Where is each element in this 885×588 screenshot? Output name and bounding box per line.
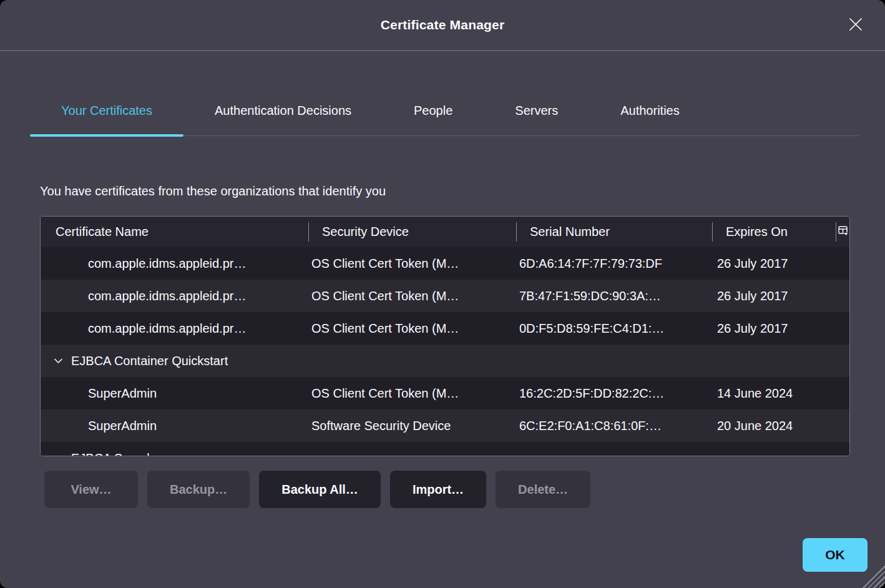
cell-certificate-name: com.apple.idms.appleid.pr… [41,257,308,271]
table-group-row[interactable]: EJBCA Container Quickstart [41,345,849,377]
table-row[interactable]: com.apple.idms.appleid.pr… OS Client Cer… [41,280,849,312]
column-header-expires-on[interactable]: Expires On [712,217,836,247]
cell-expires-on: 26 July 2017 [712,257,836,271]
close-button[interactable] [845,14,866,36]
action-button-row: View… Backup… Backup All… Import… Delete… [44,471,885,508]
close-icon [848,16,864,34]
tab-label: Authentication Decisions [215,104,351,118]
certificate-manager-dialog: Certificate Manager Your Certificates Au… [0,0,885,588]
cell-certificate-name: com.apple.idms.appleid.pr… [41,289,308,303]
cell-security-device: OS Client Cert Token (M… [308,386,516,401]
cell-serial-number: 6D:A6:14:7F:7F:79:73:DF [516,257,712,271]
column-picker-button[interactable] [836,217,849,247]
tab-authentication-decisions[interactable]: Authentication Decisions [183,86,383,135]
import-button[interactable]: Import… [390,471,486,508]
table-row[interactable]: SuperAdmin Software Security Device 6C:E… [41,409,849,442]
table-row[interactable]: SuperAdmin OS Client Cert Token (M… 16:2… [41,377,849,409]
tab-servers[interactable]: Servers [484,86,589,135]
cell-expires-on: 26 July 2017 [712,321,836,336]
cell-certificate-name: com.apple.idms.appleid.pr… [41,321,308,336]
column-header-certificate-name[interactable]: Certificate Name [41,217,308,247]
table-body: com.apple.idms.appleid.pr… OS Client Cer… [41,247,849,456]
cell-certificate-name: SuperAdmin [41,386,308,401]
delete-button: Delete… [496,471,590,508]
tab-label: Your Certificates [61,104,152,118]
cell-security-device: OS Client Cert Token (M… [308,321,516,336]
cell-expires-on: 20 June 2024 [712,419,836,433]
tab-label: People [414,104,452,118]
table-row[interactable]: com.apple.idms.appleid.pr… OS Client Cer… [41,247,849,280]
titlebar: Certificate Manager [0,0,885,51]
group-label: EJBCA Sample [71,451,157,457]
column-picker-icon [838,225,849,240]
tab-people[interactable]: People [383,86,484,135]
cell-security-device: Software Security Device [308,419,516,433]
tab-label: Servers [515,104,558,118]
description-text: You have certificates from these organiz… [40,184,845,198]
tab-your-certificates[interactable]: Your Certificates [30,86,183,135]
column-header-security-device[interactable]: Security Device [308,217,516,247]
cell-certificate-name: SuperAdmin [41,419,308,433]
tab-label: Authorities [620,104,680,118]
chevron-down-icon[interactable] [54,357,63,365]
certificates-table: Certificate Name Security Device Serial … [40,216,850,456]
dialog-title: Certificate Manager [381,17,505,32]
table-header: Certificate Name Security Device Serial … [41,217,849,247]
table-row[interactable]: com.apple.idms.appleid.pr… OS Client Cer… [41,312,849,345]
tab-bar: Your Certificates Authentication Decisio… [30,86,859,136]
backup-button: Backup… [147,471,250,508]
group-label: EJBCA Container Quickstart [71,354,228,368]
column-header-serial-number[interactable]: Serial Number [516,217,712,247]
view-button: View… [44,471,138,508]
table-group-row-clipped[interactable]: EJBCA Sample [41,442,849,456]
cell-serial-number: 0D:F5:D8:59:FE:C4:D1:… [516,321,712,336]
cell-serial-number: 7B:47:F1:59:DC:90:3A:… [516,289,712,303]
cell-serial-number: 6C:E2:F0:A1:C8:61:0F:… [516,419,712,433]
tab-authorities[interactable]: Authorities [589,86,711,135]
cell-security-device: OS Client Cert Token (M… [308,289,516,303]
cell-expires-on: 26 July 2017 [712,289,836,303]
ok-button[interactable]: OK [803,538,868,572]
backup-all-button[interactable]: Backup All… [259,471,381,508]
cell-security-device: OS Client Cert Token (M… [308,257,516,271]
cell-expires-on: 14 June 2024 [712,386,836,401]
cell-serial-number: 16:2C:2D:5F:DD:82:2C:… [516,386,712,401]
